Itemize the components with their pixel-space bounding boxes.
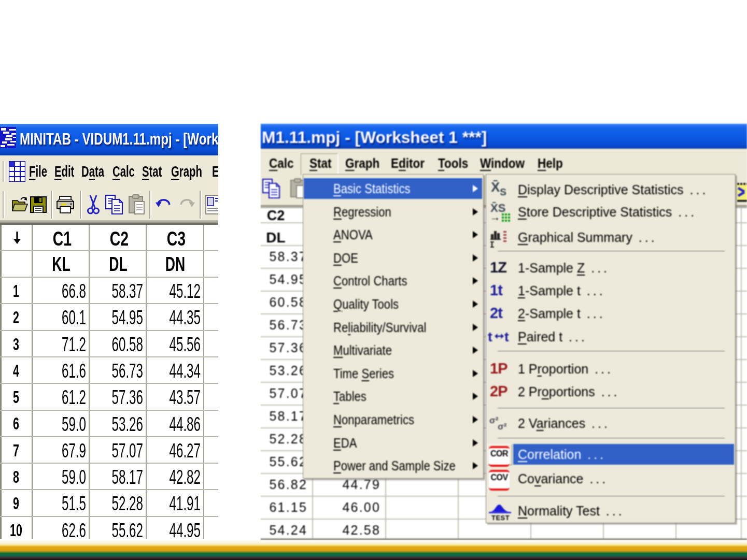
svg-text:TEST: TEST: [491, 514, 510, 521]
